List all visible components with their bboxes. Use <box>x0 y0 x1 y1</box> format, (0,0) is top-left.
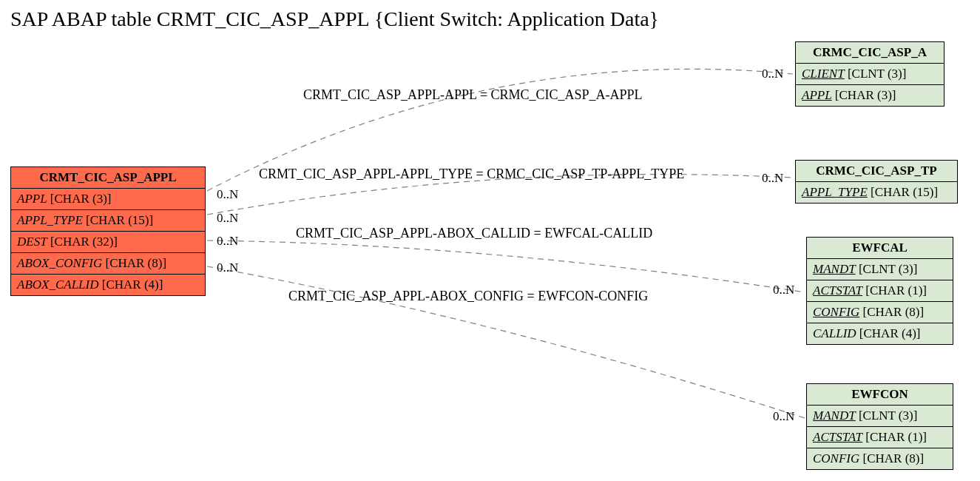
cardinality: 0..N <box>217 211 238 226</box>
relation-label: CRMT_CIC_ASP_APPL-APPL_TYPE = CRMC_CIC_A… <box>259 166 684 182</box>
entity-field: MANDT [CLNT (3)] <box>807 259 953 280</box>
entity-header: CRMC_CIC_ASP_TP <box>796 161 957 182</box>
entity-header: CRMC_CIC_ASP_A <box>796 42 944 64</box>
entity-field: ABOX_CONFIG [CHAR (8)] <box>11 253 205 275</box>
entity-ewfcon: EWFCON MANDT [CLNT (3)] ACTSTAT [CHAR (1… <box>806 383 953 470</box>
relation-label: CRMT_CIC_ASP_APPL-APPL = CRMC_CIC_ASP_A-… <box>303 87 643 103</box>
entity-header: EWFCAL <box>807 238 953 259</box>
cardinality: 0..N <box>217 187 238 202</box>
entity-field: APPL [CHAR (3)] <box>796 85 944 106</box>
entity-field: ACTSTAT [CHAR (1)] <box>807 427 953 448</box>
page-title: SAP ABAP table CRMT_CIC_ASP_APPL {Client… <box>10 7 659 31</box>
entity-field: CONFIG [CHAR (8)] <box>807 448 953 469</box>
relation-label: CRMT_CIC_ASP_APPL-ABOX_CALLID = EWFCAL-C… <box>296 226 652 241</box>
entity-header: EWFCON <box>807 384 953 406</box>
entity-ewfcal: EWFCAL MANDT [CLNT (3)] ACTSTAT [CHAR (1… <box>806 237 953 345</box>
entity-field: CLIENT [CLNT (3)] <box>796 64 944 85</box>
cardinality: 0..N <box>217 260 238 275</box>
entity-field: CONFIG [CHAR (8)] <box>807 302 953 323</box>
entity-field: DEST [CHAR (32)] <box>11 232 205 253</box>
entity-field: CALLID [CHAR (4)] <box>807 323 953 344</box>
entity-field: APPL_TYPE [CHAR (15)] <box>11 210 205 232</box>
cardinality: 0..N <box>762 171 783 186</box>
entity-crmc-cic-asp-tp: CRMC_CIC_ASP_TP APPL_TYPE [CHAR (15)] <box>795 160 958 204</box>
cardinality: 0..N <box>773 409 794 424</box>
entity-main: CRMT_CIC_ASP_APPL APPL [CHAR (3)] APPL_T… <box>10 166 206 296</box>
entity-field: ACTSTAT [CHAR (1)] <box>807 280 953 302</box>
cardinality: 0..N <box>217 234 238 249</box>
entity-field: ABOX_CALLID [CHAR (4)] <box>11 275 205 295</box>
entity-field: APPL [CHAR (3)] <box>11 189 205 210</box>
entity-field: APPL_TYPE [CHAR (15)] <box>796 182 957 203</box>
diagram-canvas: { "title": "SAP ABAP table CRMT_CIC_ASP_… <box>0 0 980 481</box>
relation-label: CRMT_CIC_ASP_APPL-ABOX_CONFIG = EWFCON-C… <box>288 289 648 304</box>
entity-crmc-cic-asp-a: CRMC_CIC_ASP_A CLIENT [CLNT (3)] APPL [C… <box>795 41 944 107</box>
entity-field: MANDT [CLNT (3)] <box>807 406 953 427</box>
entity-main-header: CRMT_CIC_ASP_APPL <box>11 167 205 189</box>
cardinality: 0..N <box>762 67 783 81</box>
cardinality: 0..N <box>773 283 794 297</box>
